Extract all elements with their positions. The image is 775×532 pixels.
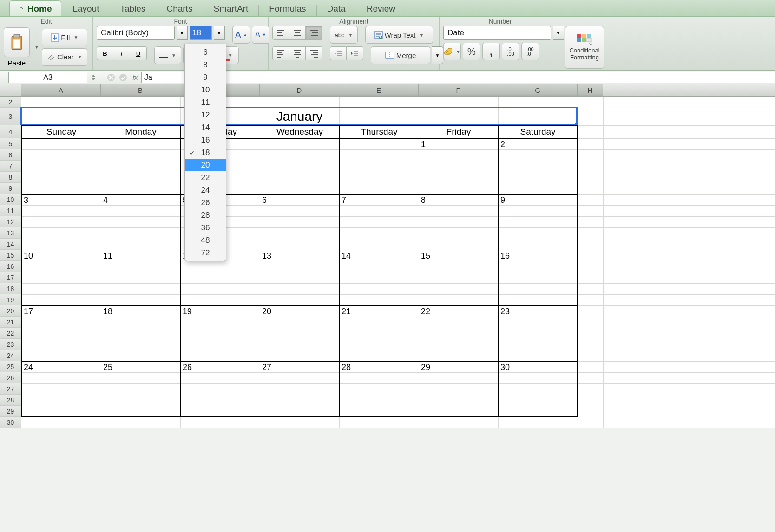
- font-size-option[interactable]: 26: [185, 196, 226, 209]
- calendar-cell[interactable]: 17: [21, 305, 101, 361]
- calendar-cell[interactable]: 28: [339, 361, 419, 417]
- row-header-30[interactable]: 30: [0, 417, 21, 428]
- fill-button[interactable]: Fill▼: [42, 29, 87, 46]
- calendar-cell[interactable]: 1: [419, 138, 498, 194]
- font-size-option[interactable]: 72: [185, 247, 226, 259]
- row-header-23[interactable]: 23: [0, 339, 21, 350]
- decrease-font-button[interactable]: A▼: [252, 26, 269, 44]
- font-size-option[interactable]: 36: [185, 221, 226, 234]
- currency-button[interactable]: ▼: [443, 43, 461, 60]
- calendar-cell[interactable]: 23: [498, 305, 578, 361]
- increase-indent-button[interactable]: [347, 46, 363, 60]
- tab-charts[interactable]: Charts: [157, 0, 202, 16]
- column-header-E[interactable]: E: [339, 84, 419, 96]
- row-header-18[interactable]: 18: [0, 283, 21, 294]
- accept-formula-button[interactable]: [117, 72, 129, 83]
- font-size-option[interactable]: 28: [185, 209, 226, 221]
- row-header-2[interactable]: 2: [0, 97, 21, 108]
- paste-button[interactable]: [4, 27, 30, 57]
- row-header-26[interactable]: 26: [0, 372, 21, 383]
- tab-review[interactable]: Review: [357, 0, 405, 16]
- calendar-cell[interactable]: 11: [101, 250, 180, 305]
- tab-layout[interactable]: Layout: [63, 0, 109, 16]
- calendar-cell[interactable]: 10: [21, 250, 101, 305]
- function-button[interactable]: fx: [129, 72, 141, 83]
- font-size-option[interactable]: 14: [185, 121, 226, 134]
- calendar-cell[interactable]: 19: [180, 305, 260, 361]
- calendar-cell[interactable]: [101, 138, 180, 194]
- row-header-22[interactable]: 22: [0, 328, 21, 339]
- calendar-cell[interactable]: 15: [419, 250, 498, 305]
- column-header-B[interactable]: B: [101, 84, 180, 96]
- cancel-formula-button[interactable]: [105, 72, 117, 83]
- border-button[interactable]: ▼: [154, 46, 181, 64]
- align-top-button[interactable]: [272, 26, 289, 40]
- font-size-option[interactable]: 11: [185, 96, 226, 109]
- clear-button[interactable]: Clear▼: [42, 48, 87, 66]
- column-header-D[interactable]: D: [260, 84, 339, 96]
- increase-font-button[interactable]: A▲: [232, 26, 250, 44]
- row-header-8[interactable]: 8: [0, 172, 21, 183]
- select-all-corner[interactable]: [0, 84, 21, 96]
- column-header-A[interactable]: A: [21, 84, 101, 96]
- font-name-select[interactable]: Calibri (Body): [97, 26, 175, 40]
- column-header-F[interactable]: F: [419, 84, 498, 96]
- row-header-27[interactable]: 27: [0, 383, 21, 395]
- column-header-H[interactable]: H: [578, 84, 603, 96]
- row-header-20[interactable]: 20: [0, 305, 21, 317]
- align-bottom-button[interactable]: [306, 26, 322, 40]
- font-name-dropdown[interactable]: ▼: [177, 26, 188, 40]
- calendar-cell[interactable]: 20: [260, 305, 339, 361]
- italic-button[interactable]: I: [113, 46, 130, 60]
- row-header-21[interactable]: 21: [0, 317, 21, 328]
- orientation-button[interactable]: abc▼: [330, 26, 358, 44]
- row-header-13[interactable]: 13: [0, 227, 21, 239]
- calendar-cell[interactable]: 29: [419, 361, 498, 417]
- font-size-option[interactable]: 48: [185, 234, 226, 247]
- row-header-10[interactable]: 10: [0, 194, 21, 205]
- calendar-cell[interactable]: 30: [498, 361, 578, 417]
- font-size-option[interactable]: 18: [185, 146, 226, 159]
- merge-button[interactable]: Merge: [371, 46, 430, 64]
- calendar-cell[interactable]: 24: [21, 361, 101, 417]
- font-size-option[interactable]: 12: [185, 109, 226, 121]
- tab-formulas[interactable]: Formulas: [259, 0, 315, 16]
- tab-smartart[interactable]: SmartArt: [204, 0, 258, 16]
- number-format-select[interactable]: Date: [443, 26, 551, 40]
- calendar-cell[interactable]: 25: [101, 361, 180, 417]
- row-header-24[interactable]: 24: [0, 350, 21, 361]
- calendar-cell[interactable]: [339, 138, 419, 194]
- font-size-dropdown[interactable]: ▼: [214, 26, 225, 40]
- cell-area[interactable]: JanuarySundayMondayTuesdayWednesdayThurs…: [21, 97, 775, 428]
- align-right-button[interactable]: [306, 46, 322, 60]
- align-middle-button[interactable]: [289, 26, 306, 40]
- row-header-16[interactable]: 16: [0, 261, 21, 272]
- calendar-cell[interactable]: 14: [339, 250, 419, 305]
- font-size-option[interactable]: 20: [185, 159, 226, 171]
- row-header-4[interactable]: 4: [0, 125, 21, 138]
- calendar-cell[interactable]: 18: [101, 305, 180, 361]
- calendar-cell[interactable]: 3: [21, 194, 101, 250]
- font-size-option[interactable]: 6: [185, 46, 226, 58]
- formula-input[interactable]: Ja: [141, 72, 775, 83]
- align-left-button[interactable]: [272, 46, 289, 60]
- row-header-28[interactable]: 28: [0, 395, 21, 406]
- row-header-25[interactable]: 25: [0, 361, 21, 372]
- calendar-cell[interactable]: 13: [260, 250, 339, 305]
- bold-button[interactable]: B: [97, 46, 113, 60]
- row-header-5[interactable]: 5: [0, 138, 21, 149]
- font-size-input[interactable]: 18: [190, 26, 212, 40]
- wrap-text-button[interactable]: Wrap Text▼: [365, 26, 433, 44]
- calendar-cell[interactable]: 6: [260, 194, 339, 250]
- underline-button[interactable]: U: [130, 46, 147, 60]
- align-center-button[interactable]: [289, 46, 306, 60]
- calendar-cell[interactable]: 4: [101, 194, 180, 250]
- font-size-option[interactable]: 8: [185, 58, 226, 71]
- font-size-option[interactable]: 9: [185, 71, 226, 84]
- calendar-cell[interactable]: 8: [419, 194, 498, 250]
- calendar-cell[interactable]: [260, 138, 339, 194]
- calendar-cell[interactable]: 2: [498, 138, 578, 194]
- conditional-formatting-button[interactable]: ≤≥ Conditional Formatting: [565, 26, 604, 69]
- column-header-G[interactable]: G: [498, 84, 578, 96]
- row-header-14[interactable]: 14: [0, 239, 21, 250]
